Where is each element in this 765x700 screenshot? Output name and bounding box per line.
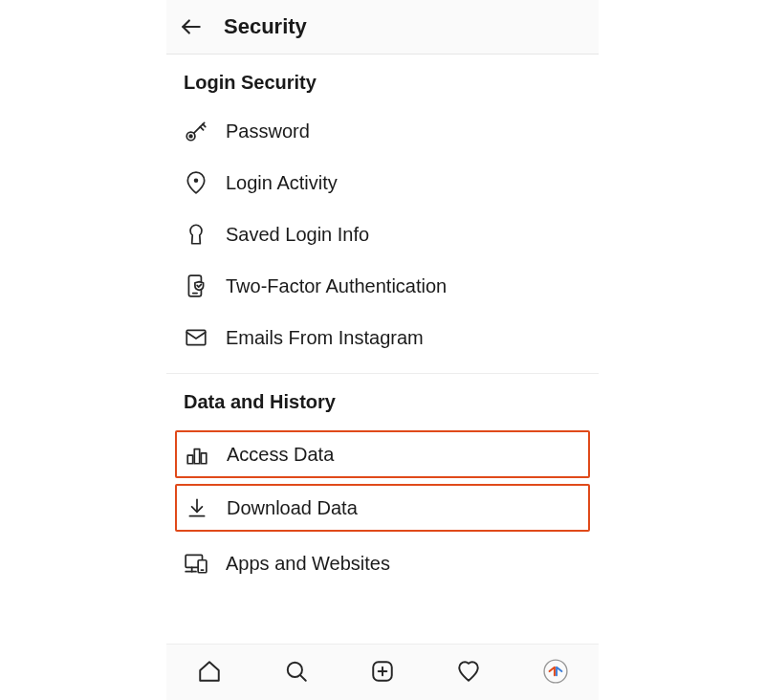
envelope-icon: [184, 325, 208, 350]
menu-item-password[interactable]: Password: [166, 105, 599, 157]
svg-point-2: [189, 135, 192, 138]
menu-label: Password: [226, 120, 310, 142]
bottom-navigation: [166, 644, 599, 700]
menu-label: Saved Login Info: [226, 224, 369, 246]
page-title: Security: [224, 14, 307, 39]
phone-shield-icon: [184, 273, 208, 298]
menu-label: Access Data: [227, 444, 334, 466]
menu-label: Apps and Websites: [226, 553, 390, 575]
menu-item-two-factor[interactable]: Two-Factor Authentication: [166, 260, 599, 312]
home-icon: [197, 659, 222, 684]
svg-line-4: [200, 127, 203, 130]
menu-label: Login Activity: [226, 172, 338, 194]
menu-item-emails[interactable]: Emails From Instagram: [166, 312, 599, 363]
nav-activity[interactable]: [455, 658, 482, 685]
heart-icon: [456, 659, 481, 684]
location-pin-icon: [184, 170, 208, 195]
svg-rect-11: [194, 449, 199, 464]
bar-chart-icon: [185, 442, 209, 467]
header-bar: Security: [166, 0, 599, 55]
key-icon: [184, 119, 208, 143]
menu-item-access-data[interactable]: Access Data: [175, 430, 590, 478]
svg-line-5: [203, 124, 206, 127]
search-icon: [284, 659, 309, 684]
nav-home[interactable]: [196, 658, 223, 685]
section-title-login-security: Login Security: [166, 55, 599, 105]
menu-item-apps-websites[interactable]: Apps and Websites: [166, 537, 599, 589]
svg-rect-12: [201, 453, 206, 464]
menu-label: Two-Factor Authentication: [226, 275, 447, 297]
svg-rect-9: [186, 330, 206, 344]
section-title-data-history: Data and History: [166, 374, 599, 425]
svg-line-21: [300, 675, 305, 680]
menu-label: Emails From Instagram: [226, 327, 424, 349]
keyhole-icon: [184, 222, 208, 247]
security-settings-screen: Security Login Security Password: [166, 0, 599, 700]
menu-item-saved-login-info[interactable]: Saved Login Info: [166, 208, 599, 260]
content-area: Login Security Password Login: [166, 55, 599, 656]
devices-icon: [184, 551, 208, 576]
menu-item-login-activity[interactable]: Login Activity: [166, 157, 599, 208]
download-icon: [185, 495, 209, 520]
svg-point-25: [544, 660, 567, 683]
plus-square-icon: [370, 659, 395, 684]
arrow-left-icon: [179, 14, 204, 39]
nav-create[interactable]: [369, 658, 396, 685]
menu-item-download-data[interactable]: Download Data: [175, 484, 590, 532]
nav-search[interactable]: [283, 658, 310, 685]
svg-point-6: [195, 179, 198, 182]
profile-circle-icon: [543, 659, 568, 684]
menu-label: Download Data: [227, 497, 358, 519]
svg-rect-10: [187, 455, 192, 464]
back-button[interactable]: [178, 13, 205, 40]
nav-profile[interactable]: [542, 658, 569, 685]
